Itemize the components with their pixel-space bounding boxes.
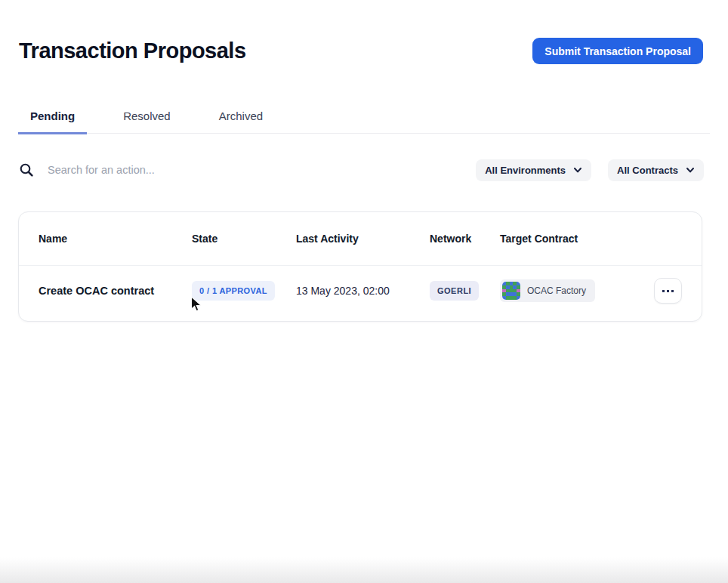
tab-pending[interactable]: Pending xyxy=(18,103,87,134)
search-bar[interactable] xyxy=(19,162,459,177)
target-contract-label: OCAC Factory xyxy=(527,285,586,296)
network-cell: GOERLI xyxy=(430,281,500,301)
filter-row: All Environments All Contracts xyxy=(19,156,704,184)
target-contract-cell: OCAC Factory xyxy=(500,279,637,303)
search-icon xyxy=(19,162,34,177)
card-bottom-padding xyxy=(19,316,702,321)
page-header: Transaction Proposals Submit Transaction… xyxy=(19,38,703,64)
proposal-name: Create OCAC contract xyxy=(39,285,192,297)
page-title: Transaction Proposals xyxy=(19,39,246,63)
approval-status-badge: 0 / 1 APPROVAL xyxy=(192,281,275,301)
tab-resolved[interactable]: Resolved xyxy=(111,103,183,134)
ellipsis-icon xyxy=(662,290,665,292)
tab-bar: Pending Resolved Archived xyxy=(18,103,710,134)
table-header-row: Name State Last Activity Network Target … xyxy=(19,212,702,265)
table-row[interactable]: Create OCAC contract 0 / 1 APPROVAL 13 M… xyxy=(19,266,702,316)
state-cell: 0 / 1 APPROVAL xyxy=(192,281,296,301)
environments-dropdown[interactable]: All Environments xyxy=(476,159,591,181)
submit-transaction-proposal-button[interactable]: Submit Transaction Proposal xyxy=(532,38,703,64)
search-input[interactable] xyxy=(48,164,365,176)
proposals-table-card: Name State Last Activity Network Target … xyxy=(18,211,702,322)
column-header-state: State xyxy=(192,233,296,245)
target-contract-pill[interactable]: OCAC Factory xyxy=(500,279,595,302)
contracts-dropdown-label: All Contracts xyxy=(617,165,678,176)
chevron-down-icon xyxy=(686,165,695,174)
column-header-name: Name xyxy=(39,233,192,245)
bottom-fade xyxy=(0,557,728,583)
column-header-target-contract: Target Contract xyxy=(500,233,637,245)
column-header-last-activity: Last Activity xyxy=(296,233,430,245)
column-header-network: Network xyxy=(430,233,500,245)
actions-cell xyxy=(637,278,682,304)
contracts-dropdown[interactable]: All Contracts xyxy=(608,159,704,181)
chevron-down-icon xyxy=(573,165,582,174)
tab-archived[interactable]: Archived xyxy=(207,103,275,134)
network-badge: GOERLI xyxy=(430,281,479,301)
contract-blockie-avatar xyxy=(502,282,520,300)
last-activity-value: 13 May 2023, 02:00 xyxy=(296,285,430,297)
row-actions-button[interactable] xyxy=(654,278,682,304)
environments-dropdown-label: All Environments xyxy=(485,165,566,176)
